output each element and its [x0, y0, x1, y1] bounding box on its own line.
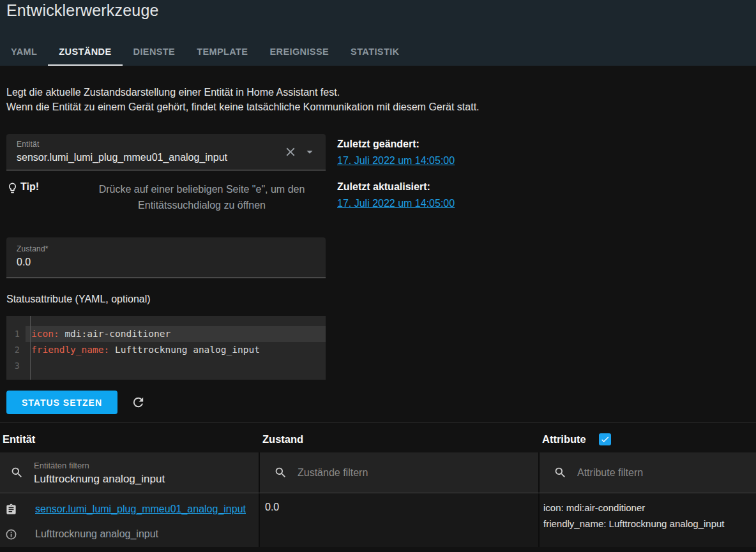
tab-statistik[interactable]: STATISTIK: [340, 38, 410, 66]
tab-zustaende[interactable]: ZUSTÄNDE: [48, 38, 122, 66]
intro-text: Legt die aktuelle Zustandsdarstellung ei…: [6, 85, 750, 114]
yaml-editor[interactable]: 1 icon: mdi:air-conditioner 2 friendly_n…: [6, 316, 326, 380]
editor-line[interactable]: 2 friendly_name: Lufttrocknung analog_in…: [6, 342, 326, 358]
attributes-filter-cell[interactable]: [540, 452, 756, 493]
set-state-card: Legt die aktuelle Zustandsdarstellung ei…: [0, 66, 756, 423]
column-header-state: Zustand: [262, 433, 542, 445]
editor-line[interactable]: 1 icon: mdi:air-conditioner: [6, 326, 326, 342]
column-header-attributes: Attribute: [542, 433, 586, 445]
yaml-value: mdi:air-conditioner: [59, 329, 171, 339]
search-icon: [554, 466, 567, 479]
search-icon: [274, 466, 287, 479]
tab-bar: YAML ZUSTÄNDE DIENSTE TEMPLATE EREIGNISS…: [0, 38, 756, 66]
column-header-entity: Entität: [3, 433, 262, 445]
search-icon: [10, 466, 24, 479]
entity-friendly-name: Lufttrocknung analog_input: [35, 528, 158, 540]
attributes-cell: icon: mdi:air-conditioner friendly_name:…: [540, 493, 756, 547]
info-icon[interactable]: [5, 528, 17, 541]
yaml-key: friendly_name:: [31, 345, 109, 355]
entity-filter-cell[interactable]: Entitäten filtern: [0, 452, 260, 493]
state-cell: 0.0: [260, 493, 540, 547]
yaml-value: Lufttrocknung analog_input: [109, 345, 260, 355]
last-updated-link[interactable]: 17. Juli 2022 um 14:05:00: [337, 198, 455, 209]
attribute-line: friendly_name: Lufttrocknung analog_inpu…: [543, 516, 756, 532]
tab-dienste[interactable]: DIENSTE: [123, 38, 186, 66]
entity-picker[interactable]: Entität: [6, 134, 326, 170]
intro-line-2: Wenn die Entität zu einem Gerät gehört, …: [6, 100, 750, 114]
attribute-line: icon: mdi:air-conditioner: [543, 500, 756, 516]
editor-line[interactable]: 3: [6, 358, 326, 374]
state-input[interactable]: [17, 257, 259, 268]
entity-id-link[interactable]: sensor.lumi_lumi_plug_mmeu01_analog_inpu…: [35, 504, 246, 515]
timestamps-panel: Zuletzt geändert: 17. Juli 2022 um 14:05…: [337, 134, 455, 414]
lightbulb-icon: [6, 181, 19, 194]
intro-line-1: Legt die aktuelle Zustandsdarstellung ei…: [6, 85, 750, 100]
set-state-button[interactable]: STATUS SETZEN: [6, 391, 117, 414]
state-field-label: Zustand*: [17, 244, 318, 253]
last-changed-label: Zuletzt geändert:: [337, 138, 455, 150]
chevron-down-icon[interactable]: [303, 145, 317, 159]
last-updated-label: Zuletzt aktualisiert:: [337, 181, 455, 193]
entity-input[interactable]: [17, 152, 259, 163]
entity-cell: sensor.lumi_lumi_plug_mmeu01_analog_inpu…: [0, 493, 260, 547]
main-content: Legt die aktuelle Zustandsdarstellung ei…: [0, 66, 756, 547]
line-number: 3: [6, 358, 26, 374]
tip-title: Tip!: [20, 181, 39, 193]
line-number: 2: [6, 342, 26, 358]
state-field[interactable]: Zustand*: [6, 237, 326, 278]
entity-filter-input[interactable]: [34, 473, 225, 486]
attributes-checkbox[interactable]: [599, 433, 611, 445]
page-title: Entwicklerwerkzeuge: [6, 1, 756, 20]
yaml-key: icon:: [31, 329, 59, 339]
state-filter-cell[interactable]: [260, 452, 540, 493]
table-row[interactable]: sensor.lumi_lumi_plug_mmeu01_analog_inpu…: [0, 493, 756, 547]
table-header-row: Entität Zustand Attribute: [0, 423, 756, 452]
tab-template[interactable]: TEMPLATE: [186, 38, 259, 66]
tab-ereignisse[interactable]: EREIGNISSE: [259, 38, 340, 66]
tip-text: Drücke auf einer beliebigen Seite "e", u…: [78, 181, 326, 213]
last-changed-link[interactable]: 17. Juli 2022 um 14:05:00: [337, 155, 455, 167]
entity-filter-label: Entitäten filtern: [34, 461, 89, 470]
states-table: Entität Zustand Attribute Entitäten filt…: [0, 423, 756, 547]
check-icon: [600, 435, 610, 444]
filter-row: Entitäten filtern: [0, 452, 756, 493]
app-header: Entwicklerwerkzeuge YAML ZUSTÄNDE DIENST…: [0, 0, 756, 66]
attributes-filter-input[interactable]: [577, 467, 730, 479]
line-number: 1: [6, 326, 26, 342]
attributes-section-label: Statusattribute (YAML, optional): [6, 294, 326, 305]
entity-picker-label: Entität: [17, 140, 318, 149]
state-filter-input[interactable]: [298, 467, 451, 479]
refresh-icon[interactable]: [131, 395, 146, 410]
copy-entity-id-icon[interactable]: [5, 504, 17, 516]
entity-tip: Tip! Drücke auf einer beliebigen Seite "…: [6, 181, 326, 213]
clear-entity-icon[interactable]: [284, 145, 298, 159]
tab-yaml[interactable]: YAML: [0, 38, 48, 66]
